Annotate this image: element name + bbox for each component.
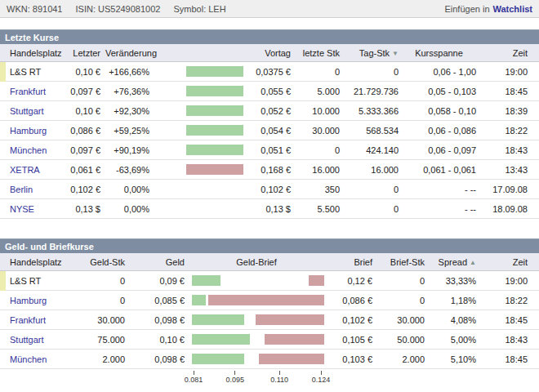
price-range: - --: [400, 204, 478, 214]
bid-volume: 0: [74, 296, 127, 305]
venue-link[interactable]: München: [6, 145, 64, 155]
col-geld-stk[interactable]: Geld-Stk: [74, 253, 127, 270]
highlight-marker: [0, 62, 6, 82]
venue-link[interactable]: Stuttgart: [6, 335, 74, 345]
last-price: 0,102 €: [64, 185, 102, 194]
geld-brief-title: Geld- und Briefkurse: [0, 238, 539, 253]
col-geld[interactable]: Geld: [127, 253, 186, 270]
venue-label: L&S RT: [6, 67, 64, 77]
tick-mark: [321, 371, 322, 375]
day-volume: 16.000: [341, 165, 400, 175]
bid-bar: [192, 295, 206, 305]
tick-mark: [279, 371, 280, 375]
letzte-kurse-rows: L&S RT0,10 €+166,66%0,0375 €000,06 - 1,0…: [0, 62, 539, 219]
row-marker: [0, 199, 6, 219]
table-row: Hamburg0,086 €+59,25%0,054 €30.000568.53…: [0, 121, 539, 140]
ask-price: 0,103 €: [327, 354, 374, 364]
time: 18:22: [478, 126, 529, 136]
time: 18:22: [478, 296, 529, 305]
time: 18:45: [478, 87, 529, 96]
col-kursspanne[interactable]: Kursspanne: [400, 44, 478, 61]
price-range: 0,05 - 0,103: [400, 87, 478, 96]
change-bar-cell: [151, 121, 245, 140]
add-to-watchlist-link[interactable]: Watchlist: [493, 4, 533, 14]
col-letzte-stk[interactable]: letzte Stk: [292, 44, 341, 61]
price-axis-row: 0.0810.0950.1100.124: [0, 369, 539, 389]
change-percent: 0,00%: [102, 185, 151, 194]
venue-link[interactable]: Frankfurt: [6, 315, 74, 325]
col-zeit[interactable]: Zeit: [478, 44, 529, 61]
day-volume: 0: [341, 67, 400, 77]
col-spread[interactable]: Spread▲: [426, 253, 478, 270]
change-bar-cell: [151, 199, 245, 219]
bid-bar: [192, 334, 250, 345]
last-volume: 5.500: [292, 204, 341, 214]
time: 18:45: [478, 354, 529, 364]
venue-link[interactable]: Hamburg: [6, 296, 74, 305]
change-bar: [186, 105, 243, 116]
price-range: 0,061 - 0,061: [400, 165, 478, 175]
col-handelsplatz[interactable]: Handelsplatz: [6, 44, 64, 61]
venue-link[interactable]: Frankfurt: [6, 87, 64, 96]
row-marker: [0, 310, 6, 330]
bid-ask-chart-cell: [186, 310, 327, 330]
time: 18:43: [478, 335, 529, 345]
letzte-kurse-title: Letzte Kurse: [0, 29, 539, 44]
price-axis: 0.0810.0950.1100.124: [186, 371, 327, 389]
last-volume: 5.000: [292, 87, 341, 96]
prev-close: 0,052 €: [245, 106, 292, 116]
table-row: Frankfurt30.0000,098 €0,102 €30.0004,08%…: [0, 310, 539, 330]
table-row: Berlin0,102 €0,00%0,102 €3500- --17.09.0…: [0, 180, 539, 199]
change-bar-cell: [151, 160, 245, 180]
col-handelsplatz[interactable]: Handelsplatz: [6, 253, 74, 270]
venue-link[interactable]: Stuttgart: [6, 106, 64, 116]
spacer: [0, 18, 539, 29]
sort-desc-icon: ▼: [392, 50, 399, 57]
bid-price: 0,10 €: [127, 335, 186, 345]
day-volume: 424.140: [341, 145, 400, 155]
change-percent: +166,66%: [102, 67, 151, 77]
col-geld-brief[interactable]: Geld-Brief: [186, 253, 327, 270]
venue-link[interactable]: Berlin: [6, 185, 64, 194]
bid-volume: 0: [74, 276, 127, 286]
spread-percent: 4,08%: [426, 315, 478, 325]
price-range: 0,058 - 0,10: [400, 106, 478, 116]
tick-mark: [234, 371, 235, 375]
venue-link[interactable]: München: [6, 354, 74, 364]
col-brief-stk[interactable]: Brief-Stk: [374, 253, 426, 270]
prev-close: 0,051 €: [245, 145, 292, 155]
col-letzter[interactable]: Letzter: [64, 44, 102, 61]
col-spread-label: Spread: [439, 257, 467, 267]
bid-price: 0,098 €: [127, 354, 186, 364]
watchlist-prefix: Einfügen in: [444, 4, 489, 14]
table-row: Stuttgart75.0000,10 €0,105 €50.0005,00%1…: [0, 330, 539, 350]
change-bar: [186, 86, 243, 96]
last-volume: 0: [292, 145, 341, 155]
col-veraenderung[interactable]: Veränderung: [102, 44, 245, 61]
bid-bar: [192, 314, 244, 325]
letzte-kurse-header: Handelsplatz Letzter Veränderung Vortag …: [0, 44, 539, 62]
prev-close: 0,054 €: [245, 126, 292, 136]
col-brief[interactable]: Brief: [327, 253, 374, 270]
symbol-label: Symbol: LEH: [173, 4, 225, 14]
change-percent: -63,69%: [102, 165, 151, 175]
venue-link[interactable]: NYSE: [6, 204, 64, 214]
change-percent: +59,25%: [102, 126, 151, 136]
venue-link[interactable]: XETRA: [6, 165, 64, 175]
col-tag-stk[interactable]: Tag-Stk▼: [341, 44, 400, 61]
change-percent: +90,19%: [102, 145, 151, 155]
change-bar-cell: [151, 62, 245, 82]
venue-link[interactable]: Hamburg: [6, 126, 64, 136]
col-vortag[interactable]: Vortag: [245, 44, 292, 61]
bid-ask-chart-cell: [186, 330, 327, 350]
change-bar-cell: [151, 180, 245, 199]
change-bar: [186, 145, 243, 155]
bid-ask-chart-cell: [186, 271, 327, 291]
ask-volume: 0: [374, 276, 426, 286]
prev-close: 0,102 €: [245, 185, 292, 194]
col-zeit[interactable]: Zeit: [478, 253, 529, 270]
last-price: 0,10 €: [64, 67, 102, 77]
time: 18:45: [478, 315, 529, 325]
bid-volume: 2.000: [74, 354, 127, 364]
bid-price: 0,09 €: [127, 276, 186, 286]
